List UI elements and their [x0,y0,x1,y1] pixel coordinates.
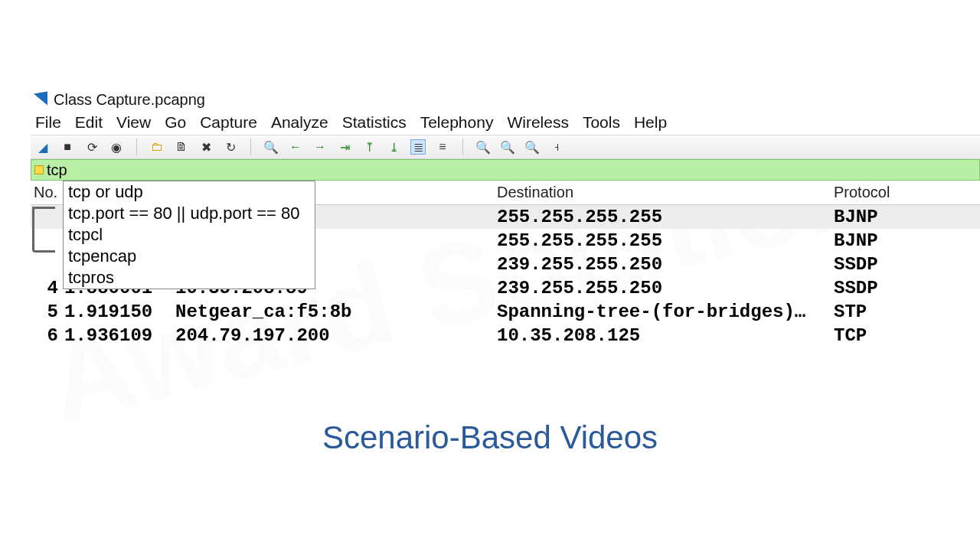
stop-capture-icon[interactable]: ■ [60,139,75,155]
wireshark-window: Class Capture.pcapng File Edit View Go C… [31,89,980,372]
close-file-icon[interactable]: ✖ [198,139,214,155]
go-to-packet-icon[interactable]: ⇥ [337,139,352,155]
menu-view[interactable]: View [116,113,151,132]
window-title: Class Capture.pcapng [54,91,205,109]
related-packets-bracket-icon [32,207,55,253]
slide-caption: Scenario-Based Videos [0,419,980,456]
autocomplete-item[interactable]: tcpencap [64,246,315,267]
zoom-in-icon[interactable]: 🔍 [475,139,491,155]
bookmark-filter-icon[interactable] [34,165,44,174]
display-filter-bar [31,159,980,181]
menu-tools[interactable]: Tools [583,113,620,132]
auto-scroll-icon[interactable]: ≣ [410,139,426,155]
menu-capture[interactable]: Capture [200,113,257,132]
autocomplete-item[interactable]: tcp.port == 80 || udp.port == 80 [64,203,315,224]
go-last-icon[interactable]: ⤓ [386,139,401,155]
toolbar-separator [462,139,463,155]
table-row[interactable]: 51.919150Netgear_ca:f5:8bSpanning-tree-(… [31,300,980,324]
capture-options-icon[interactable]: ◉ [109,139,124,155]
reload-icon[interactable]: ↻ [223,139,238,155]
toolbar-separator [136,139,137,155]
menu-telephony[interactable]: Telephony [420,113,494,132]
menu-edit[interactable]: Edit [75,113,103,132]
toolbar: ◢ ■ ⟳ ◉ 🗀 🗎 ✖ ↻ 🔍 ← → ⇥ ⤒ ⤓ ≣ ≡ 🔍 🔍 🔍 ⫞ [31,135,980,159]
titlebar: Class Capture.pcapng [31,89,980,110]
packet-list: No. Destination Protocol tcp or udp tcp.… [31,181,980,347]
zoom-out-icon[interactable]: 🔍 [500,139,515,155]
wireshark-fin-icon [34,91,47,107]
toolbar-separator [250,139,251,155]
go-first-icon[interactable]: ⤒ [361,139,377,155]
autocomplete-item[interactable]: tcp or udp [64,181,315,203]
restart-capture-icon[interactable]: ⟳ [84,139,100,155]
column-header-no[interactable]: No. [31,184,64,201]
menu-file[interactable]: File [35,113,61,132]
menu-analyze[interactable]: Analyze [271,113,328,132]
resize-columns-icon[interactable]: ⫞ [549,139,564,155]
find-packet-icon[interactable]: 🔍 [263,139,279,155]
column-header-destination[interactable]: Destination [497,184,834,201]
menu-wireless[interactable]: Wireless [507,113,569,132]
menu-statistics[interactable]: Statistics [342,113,407,132]
colorize-icon[interactable]: ≡ [435,139,450,155]
autocomplete-item[interactable]: tcpcl [64,224,315,246]
save-file-icon[interactable]: 🗎 [174,139,189,155]
menu-help[interactable]: Help [634,113,667,132]
start-capture-icon[interactable]: ◢ [35,139,51,155]
autocomplete-item[interactable]: tcpros [64,267,315,289]
display-filter-input[interactable] [47,160,979,181]
menu-go[interactable]: Go [165,113,186,132]
zoom-reset-icon[interactable]: 🔍 [524,139,540,155]
menubar: File Edit View Go Capture Analyze Statis… [31,110,980,135]
open-file-icon[interactable]: 🗀 [149,139,165,155]
column-header-protocol[interactable]: Protocol [834,184,956,201]
table-row[interactable]: 61.936109204.79.197.20010.35.208.125TCP [31,324,980,347]
go-back-icon[interactable]: ← [288,139,303,155]
filter-autocomplete-popup: tcp or udp tcp.port == 80 || udp.port ==… [63,181,315,289]
go-forward-icon[interactable]: → [312,139,328,155]
